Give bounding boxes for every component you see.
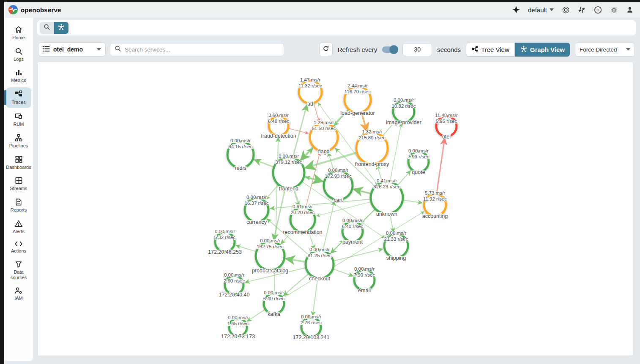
graph-edge-ad-to-flagd [314,104,319,122]
sidebar-item-rum[interactable]: RUM [6,109,31,130]
sidebar-item-dashboards[interactable]: Dashboards [6,153,31,173]
sidebar-item-label: RUM [13,122,24,127]
node-latency-quote: 0.00 ms/r [408,148,429,153]
node-rate-flagd: 51.50 r/sec [312,126,336,131]
graph-edge-checkout-to-cart [323,201,334,250]
tree-view-button[interactable]: Tree View [466,43,515,57]
sidebar-item-logs[interactable]: Logs [6,45,31,65]
sidebar-item-label: Reports [11,207,27,213]
node-latency-product-catalog: 0.00 ms/r [260,238,280,243]
sidebar-item-pipelines[interactable]: Pipelines [6,131,31,151]
search-services-input[interactable] [125,46,279,53]
node-label-flagd: flagd [318,149,329,155]
node-label-172.20.73.173: 172.20.73.173 [221,334,255,340]
node-label-172.20.40.40: 172.20.40.40 [219,292,250,298]
node-label-checkout: checkout [309,276,331,282]
graph-edge-checkout-to-payment [330,240,344,254]
user-icon[interactable] [626,5,634,14]
brand-name: openobserve [21,6,61,14]
node-label-kafka: kafka [268,311,280,317]
sidebar-item-metrics[interactable]: Metrics [6,66,31,86]
graph-edge-checkout-to-product-catalog [286,259,305,262]
refresh-icon [323,45,329,54]
openobserve-logo-icon [8,5,18,14]
node-rate-recommendation: 20.20 r/sec [291,210,315,215]
node-rate-172.20.46.253: 5.32 r/sec [214,235,236,240]
chevron-down-icon [97,48,101,51]
node-latency-172.20.73.173: 0.00 ms/r [228,315,248,320]
node-label-unknown: unknown [376,211,397,217]
slack-icon[interactable] [577,5,586,14]
node-label-payment: payment [342,239,363,245]
metrics-icon [15,68,23,76]
graph-edge-frontend-to-flagd [300,149,312,161]
sidebar-item-label: Streams [10,186,27,191]
node-label-accounting: accounting [422,213,448,219]
node-label-redis: redis [235,165,246,171]
tab-service-map[interactable] [54,22,68,34]
layout-select[interactable]: Force Directed [575,43,635,57]
node-label-currency: currency [246,219,267,225]
list-icon [43,46,50,54]
sidebar-item-traces[interactable]: Traces [6,87,31,108]
sidebar: HomeLogsMetricsTracesRUMPipelinesDashboa… [4,18,33,361]
graph-edge-fraud-detection-to-flagd [289,128,308,133]
node-rate-cart: 172.93 r/sec [325,174,352,179]
node-latency-image-provider: 0.00 ms/r [394,98,414,103]
sidebar-item-iam[interactable]: IAM [6,284,31,304]
home-icon [14,25,23,34]
sidebar-item-streams[interactable]: Streams [6,174,31,194]
graph-edge-accounting-to-otel [437,139,445,193]
node-rate-shipping: 21.33 r/sec [384,236,408,242]
traces-icon [14,90,23,98]
stream-select[interactable]: otel_demo [38,42,106,57]
theme-sun-icon[interactable] [561,5,570,14]
node-label-frontend: frontend [279,186,298,192]
app-window: openobserve default ? HomeLogsMetricsTra… [4,2,640,364]
org-select[interactable]: default [528,6,554,14]
sidebar-item-alerts[interactable]: Alerts [6,217,31,237]
node-rate-accounting: 11.92 r/sec [423,196,447,201]
node-latency-load-generator: 2.44 ms/r [347,83,368,88]
logs-search-icon [15,47,23,55]
refresh-button[interactable] [319,43,333,56]
sidebar-item-label: Logs [14,57,24,62]
node-label-email: email [358,288,371,293]
node-rate-payment: 6.40 r/sec [342,224,364,229]
refresh-interval-input[interactable] [402,43,432,56]
node-latency-ad: 1.47 ms/r [300,77,320,82]
node-label-recommendation: recommendation [283,229,322,235]
node-rate-image-provider: 10.82 r/sec [392,103,416,109]
node-label-172.20.108.241: 172.20.108.241 [293,334,330,340]
node-rate-otel: 5.95 r/sec [436,119,457,124]
sparkle-icon[interactable] [512,5,520,14]
sidebar-item-reports[interactable]: Reports [6,196,31,215]
node-rate-checkout: 81.25 r/sec [308,253,332,258]
gear-icon[interactable] [610,5,618,14]
help-icon[interactable]: ? [594,5,602,14]
node-latency-fraud-detection: 3.60 ms/r [268,113,289,118]
sidebar-item-actions[interactable]: Actions [6,238,31,256]
node-rate-172.20.73.173: 1.65 r/sec [227,321,249,326]
refresh-toggle[interactable] [382,46,397,53]
iam-icon [14,287,23,294]
graph-edge-unknown-to-image-provider [390,124,402,181]
graph-view-button[interactable]: Graph View [515,43,570,57]
node-label-frontend-proxy: frontend-proxy [355,161,389,167]
org-select-value: default [528,6,547,14]
tab-search[interactable] [40,22,54,34]
node-rate-frontend-proxy: 215.80 r/sec [358,135,386,140]
node-latency-kafka: 0.00 ms/r [264,290,284,295]
sidebar-item-datasources[interactable]: Data sources [6,258,31,283]
graph-edge-frontend-to-currency [266,185,278,200]
node-latency-172.20.46.253: 0.00 ms/r [215,229,235,234]
tab-strip [37,20,636,35]
node-label-product-catalog: product-catalog [252,268,288,274]
node-latency-cart: 0.00 ms/r [328,168,348,173]
toolbar: otel_demo Refresh every seconds [38,42,635,57]
sidebar-item-home[interactable]: Home [6,23,31,43]
graph-edge-unknown-to-currency [271,199,370,209]
node-rate-172.20.108.241: 2.76 r/sec [301,320,322,325]
node-label-172.20.46.253: 172.20.46.253 [208,249,242,255]
node-latency-unknown: 0.41 ms/r [377,178,397,183]
